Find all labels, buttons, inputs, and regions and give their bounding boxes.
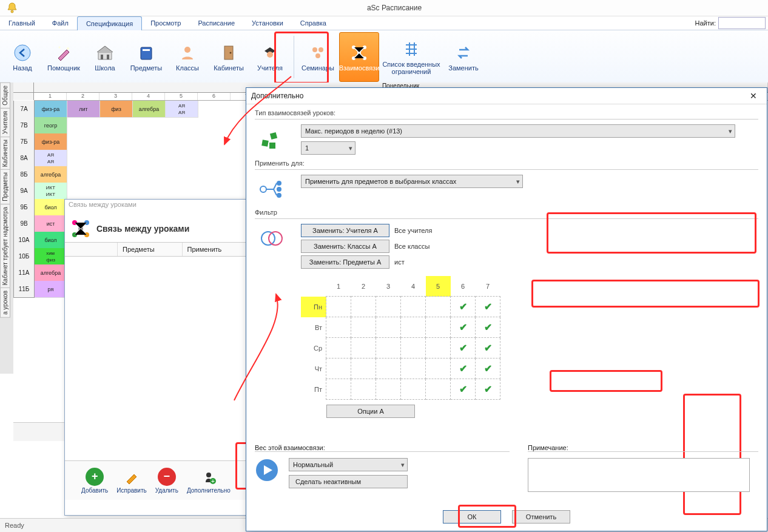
period-cell[interactable] [351, 379, 376, 400]
tab-main[interactable]: Главный [0, 16, 44, 30]
filter-classes-button[interactable]: Заменить: Классы А [301, 240, 389, 253]
period-cell[interactable] [401, 338, 426, 359]
lesson-cell[interactable]: геогр [35, 117, 67, 134]
period-cell[interactable]: ✔ [476, 297, 500, 317]
col-subjects[interactable]: Предметы [118, 243, 183, 256]
class-row-label[interactable]: 10А [13, 232, 35, 249]
class-row-label[interactable]: 10Б [13, 248, 35, 265]
lesson-cell[interactable]: ря [35, 281, 67, 298]
period-cell[interactable] [351, 338, 376, 359]
delete-button[interactable]: −Удалить [155, 468, 178, 494]
add-button[interactable]: +Добавить [81, 468, 108, 494]
ribbon-constraints[interactable]: Список введенных ограничений [380, 32, 442, 82]
period-cell[interactable]: ✔ [451, 359, 476, 379]
period-cell[interactable] [351, 359, 376, 379]
vtab-subjects[interactable]: Предметы [0, 169, 10, 204]
lesson-cell[interactable]: АЯАЯ [35, 150, 67, 167]
relations-list[interactable] [65, 257, 247, 460]
period-cell[interactable] [376, 359, 401, 379]
class-row-label[interactable]: 7Б [13, 133, 35, 150]
period-cell[interactable] [326, 379, 351, 400]
lesson-cell[interactable]: алгебра [35, 166, 67, 183]
vtab-general[interactable]: Общее [0, 82, 10, 109]
class-row-label[interactable]: 8Б [13, 166, 35, 183]
close-icon[interactable]: ✕ [745, 91, 762, 101]
class-row-label[interactable]: 9Б [13, 199, 35, 216]
lesson-cell[interactable]: физ-ра [35, 101, 67, 118]
col-apply[interactable]: Применить [183, 243, 248, 256]
ribbon-back[interactable]: Назад [2, 32, 42, 82]
edit-button[interactable]: Исправить [116, 468, 146, 494]
period-cell[interactable] [426, 359, 451, 379]
ribbon-seminars[interactable]: Семинары [298, 32, 338, 82]
period-cell[interactable] [376, 379, 401, 400]
cancel-button[interactable]: Отменить [512, 510, 570, 524]
play-icon[interactable] [255, 458, 279, 482]
class-row-label[interactable]: 8А [13, 150, 35, 167]
weight-dropdown[interactable]: Нормальный [289, 458, 408, 471]
period-cell[interactable]: ✔ [451, 317, 476, 338]
lesson-cell[interactable]: алгебра [35, 264, 67, 281]
period-cell[interactable]: ✔ [476, 317, 500, 338]
filter-timetable[interactable]: 1234567Пн✔✔Вт✔✔Ср✔✔Чт✔✔Пт✔✔ [301, 276, 500, 400]
advanced-button[interactable]: +Дополнительно [187, 468, 231, 494]
period-cell[interactable]: ✔ [476, 338, 500, 359]
period-cell[interactable] [376, 338, 401, 359]
ribbon-wizard[interactable]: Помощник [44, 32, 84, 82]
tab-spec[interactable]: Спецификация [77, 16, 142, 30]
ribbon-school[interactable]: Школа [85, 32, 125, 82]
period-cell[interactable] [326, 359, 351, 379]
ribbon-teachers[interactable]: Учителя [250, 32, 290, 82]
lesson-cell[interactable]: ист [35, 215, 67, 232]
class-row-label[interactable]: 11Б [13, 281, 35, 298]
find-input[interactable] [718, 17, 766, 29]
class-row-label[interactable]: 7В [13, 117, 35, 134]
period-cell[interactable] [401, 297, 426, 317]
inactive-button[interactable]: Сделать неактивным [289, 475, 408, 488]
period-cell[interactable] [426, 338, 451, 359]
period-cell[interactable] [401, 317, 426, 338]
filter-teachers-button[interactable]: Заменить: Учителя А [301, 224, 389, 237]
options-button[interactable]: Опции А [326, 405, 415, 418]
tab-view[interactable]: Просмотр [142, 16, 189, 30]
type-dropdown[interactable]: Макс. периодов в неделю (#13) [301, 124, 735, 138]
period-cell[interactable]: ✔ [476, 359, 500, 379]
vtab-rooms[interactable]: Кабинеты [0, 136, 10, 170]
class-row-label[interactable]: 9А [13, 183, 35, 200]
class-row-label[interactable]: 11А [13, 264, 35, 281]
ribbon-classes[interactable]: Классы [167, 32, 207, 82]
vtab-teachers[interactable]: Учителя [0, 108, 10, 137]
ribbon-replace[interactable]: Заменить [443, 32, 483, 82]
period-cell[interactable] [426, 317, 451, 338]
vtab-lessons[interactable]: а уроков [0, 288, 10, 318]
period-cell[interactable]: ✔ [476, 379, 500, 400]
period-cell[interactable] [326, 297, 351, 317]
ribbon-subjects[interactable]: Предметы [126, 32, 166, 82]
tab-options[interactable]: Установки [243, 16, 292, 30]
period-cell[interactable] [426, 379, 451, 400]
period-cell[interactable] [376, 297, 401, 317]
note-input[interactable] [528, 458, 750, 492]
ribbon-relations[interactable]: Взаимосвязи [339, 32, 379, 82]
count-dropdown[interactable]: 1 [301, 141, 355, 155]
period-cell[interactable] [376, 317, 401, 338]
lesson-cell[interactable]: биол [35, 232, 67, 249]
lesson-cell[interactable]: алгебра [133, 101, 166, 118]
lesson-cell[interactable]: биол [35, 199, 67, 216]
period-cell[interactable]: ✔ [451, 379, 476, 400]
period-cell[interactable] [426, 297, 451, 317]
lesson-cell[interactable]: лит [67, 101, 100, 118]
ok-button[interactable]: ОК [443, 510, 501, 524]
period-cell[interactable] [401, 359, 426, 379]
filter-subjects-button[interactable]: Заменить: Предметы А [301, 255, 389, 269]
class-row-label[interactable]: 9В [13, 215, 35, 232]
tab-help[interactable]: Справка [292, 16, 335, 30]
tab-schedule[interactable]: Расписание [189, 16, 243, 30]
lesson-cell[interactable]: химфиз [35, 248, 67, 265]
period-cell[interactable] [326, 317, 351, 338]
class-row-label[interactable]: 7А [13, 101, 35, 118]
apply-dropdown[interactable]: Применить для предметов в выбранных клас… [301, 175, 523, 188]
lesson-cell[interactable]: физ-ра [35, 133, 67, 150]
period-cell[interactable]: ✔ [451, 338, 476, 359]
period-cell[interactable] [326, 338, 351, 359]
